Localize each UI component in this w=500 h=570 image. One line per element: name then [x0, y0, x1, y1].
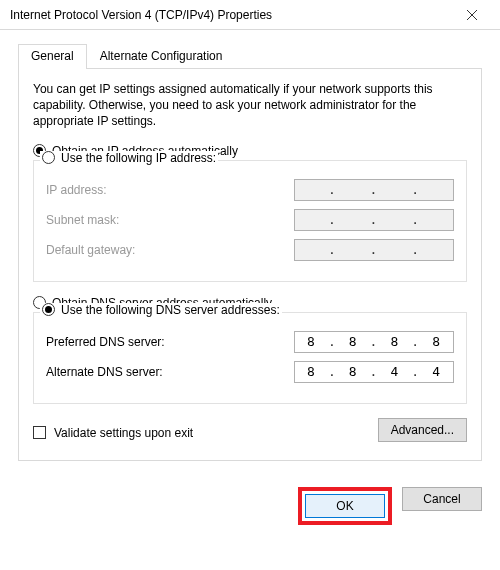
alternate-dns-input[interactable]: 8. 8. 4. 4 [294, 361, 454, 383]
octet[interactable]: 8 [300, 334, 322, 349]
ok-button[interactable]: OK [305, 494, 385, 518]
tab-general[interactable]: General [18, 44, 87, 69]
alternate-dns-label: Alternate DNS server: [46, 365, 294, 379]
ip-address-label: IP address: [46, 183, 294, 197]
ip-address-input: ... [294, 179, 454, 201]
octet[interactable]: 8 [300, 364, 322, 379]
tabpanel-general: You can get IP settings assigned automat… [18, 69, 482, 461]
highlight-ok: OK [298, 487, 392, 525]
radio-dns-manual-label: Use the following DNS server addresses: [61, 303, 280, 317]
preferred-dns-label: Preferred DNS server: [46, 335, 294, 349]
preferred-dns-input[interactable]: 8. 8. 8. 8 [294, 331, 454, 353]
octet[interactable]: 8 [384, 334, 406, 349]
radio-icon [42, 303, 55, 316]
radio-icon [42, 151, 55, 164]
octet[interactable]: 4 [384, 364, 406, 379]
close-icon [467, 10, 477, 20]
subnet-mask-input: ... [294, 209, 454, 231]
titlebar: Internet Protocol Version 4 (TCP/IPv4) P… [0, 0, 500, 30]
octet[interactable]: 8 [342, 364, 364, 379]
default-gateway-label: Default gateway: [46, 243, 294, 257]
validate-label: Validate settings upon exit [54, 426, 193, 440]
close-button[interactable] [452, 1, 492, 29]
group-ip-manual: Use the following IP address: IP address… [33, 160, 467, 282]
octet[interactable]: 4 [426, 364, 448, 379]
radio-dns-manual[interactable]: Use the following DNS server addresses: [40, 303, 282, 317]
intro-text: You can get IP settings assigned automat… [33, 81, 467, 130]
dialog-content: General Alternate Configuration You can … [0, 30, 500, 475]
advanced-button[interactable]: Advanced... [378, 418, 467, 442]
tabstrip: General Alternate Configuration [18, 44, 482, 69]
default-gateway-input: ... [294, 239, 454, 261]
checkbox-icon [33, 426, 46, 439]
subnet-mask-label: Subnet mask: [46, 213, 294, 227]
validate-checkbox-row[interactable]: Validate settings upon exit [33, 426, 193, 440]
tab-alternate-configuration[interactable]: Alternate Configuration [87, 44, 236, 68]
group-dns-manual: Use the following DNS server addresses: … [33, 312, 467, 404]
octet[interactable]: 8 [342, 334, 364, 349]
window-title: Internet Protocol Version 4 (TCP/IPv4) P… [10, 8, 452, 22]
radio-ip-manual[interactable]: Use the following IP address: [40, 151, 218, 165]
dialog-buttons: OK Cancel [0, 475, 500, 525]
cancel-button[interactable]: Cancel [402, 487, 482, 511]
octet[interactable]: 8 [426, 334, 448, 349]
radio-ip-manual-label: Use the following IP address: [61, 151, 216, 165]
